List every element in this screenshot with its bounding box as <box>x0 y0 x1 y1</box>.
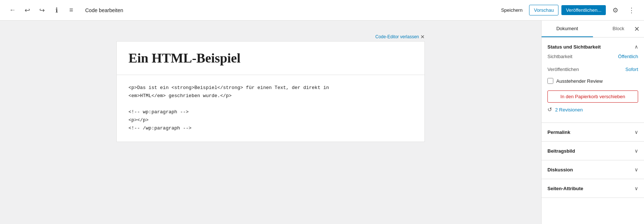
chevron-down-icon-3 <box>634 166 638 173</box>
toolbar-left-actions: ← ↩ ↪ ℹ ≡ <box>6 4 78 17</box>
section-permalink-header[interactable]: Permalink <box>547 129 638 135</box>
code-editor-exit-button[interactable]: Code-Editor verlassen ✕ <box>375 34 425 40</box>
section-beitragsbild-header[interactable]: Beitragsbild <box>547 147 638 154</box>
section-beitragsbild-toggle[interactable] <box>634 147 638 154</box>
preview-button[interactable]: Vorschau <box>529 5 558 15</box>
close-icon: ✕ <box>420 34 425 40</box>
visibility-value[interactable]: Öffentlich <box>618 54 638 59</box>
section-status: Status und Sichtbarkeit Sichtbarkeit Öff… <box>542 38 644 123</box>
section-diskussion-toggle[interactable] <box>634 166 638 173</box>
section-permalink-toggle[interactable] <box>634 129 638 135</box>
code-editor-notice: Code-Editor verlassen ✕ <box>375 32 425 41</box>
toolbar: ← ↩ ↪ ℹ ≡ Code bearbeiten Speichern Vors… <box>0 0 644 21</box>
section-status-title: Status und Sichtbarkeit <box>547 44 601 50</box>
section-permalink-title: Permalink <box>547 129 570 135</box>
publish-row: Veröffentlichen Sofort <box>547 63 638 76</box>
more-icon: ⋮ <box>628 6 635 14</box>
code-editor-bar: Code-Editor verlassen ✕ <box>116 32 425 41</box>
more-options-button[interactable]: ⋮ <box>625 4 638 17</box>
code-block[interactable]: <p>Das ist ein <strong>Beispiel</strong>… <box>116 75 425 142</box>
sidebar-close-button[interactable]: ✕ <box>633 24 641 35</box>
revisions-row[interactable]: ↺ 2 Revisionen <box>547 103 638 117</box>
section-status-header: Status und Sichtbarkeit <box>547 43 638 50</box>
visibility-row: Sichtbarkeit Öffentlich <box>547 50 638 63</box>
section-diskussion: Diskussion <box>542 160 644 179</box>
section-seiten-attribute-header[interactable]: Seiten-Attribute <box>547 185 638 192</box>
settings-button[interactable]: ⚙ <box>609 4 622 17</box>
sidebar-close-icon: ✕ <box>634 25 640 33</box>
publish-label: Veröffentlichen <box>547 67 579 72</box>
chevron-up-icon <box>634 43 638 50</box>
undo-icon: ↩ <box>25 6 30 14</box>
save-button[interactable]: Speichern <box>498 5 527 15</box>
main-layout: Code-Editor verlassen ✕ Ein HTML-Beispie… <box>0 21 644 224</box>
pending-review-row: Ausstehender Review <box>547 76 638 86</box>
toolbar-right-actions: Speichern Vorschau Veröffentlichen... ⚙ … <box>498 4 638 17</box>
section-permalink: Permalink <box>542 123 644 142</box>
pending-review-checkbox[interactable] <box>547 78 553 84</box>
info-icon: ℹ <box>55 6 58 14</box>
section-diskussion-header[interactable]: Diskussion <box>547 166 638 173</box>
back-button[interactable]: ← <box>6 4 19 17</box>
section-beitragsbild-title: Beitragsbild <box>547 148 575 154</box>
editor-area: Code-Editor verlassen ✕ Ein HTML-Beispie… <box>0 21 541 224</box>
section-seiten-attribute-title: Seiten-Attribute <box>547 186 583 191</box>
trash-button[interactable]: In den Papierkorb verschieben <box>547 90 638 103</box>
revisions-label: 2 Revisionen <box>555 107 583 113</box>
section-beitragsbild: Beitragsbild <box>542 142 644 160</box>
redo-button[interactable]: ↪ <box>35 4 48 17</box>
sidebar-tabs: Dokument Block ✕ <box>542 21 644 38</box>
undo-button[interactable]: ↩ <box>21 4 34 17</box>
settings-icon: ⚙ <box>612 6 618 14</box>
title-block: Ein HTML-Beispiel <box>116 41 425 75</box>
tab-dokument[interactable]: Dokument <box>542 21 593 37</box>
chevron-down-icon-2 <box>634 147 638 154</box>
post-title[interactable]: Ein HTML-Beispiel <box>129 50 413 66</box>
info-button[interactable]: ℹ <box>50 4 63 17</box>
section-seiten-attribute-toggle[interactable] <box>634 185 638 192</box>
menu-icon: ≡ <box>69 6 73 14</box>
visibility-label: Sichtbarkeit <box>547 54 572 59</box>
menu-button[interactable]: ≡ <box>65 4 78 17</box>
section-seiten-attribute: Seiten-Attribute <box>542 179 644 198</box>
section-diskussion-title: Diskussion <box>547 167 573 173</box>
sidebar: Dokument Block ✕ Status und Sichtbarkeit… <box>541 21 644 224</box>
publish-value[interactable]: Sofort <box>625 67 638 72</box>
code-editor-exit-label: Code-Editor verlassen <box>375 34 419 39</box>
redo-icon: ↪ <box>39 6 45 14</box>
publish-button[interactable]: Veröffentlichen... <box>561 5 606 15</box>
chevron-down-icon-4 <box>634 185 638 191</box>
page-title: Code bearbeiten <box>85 7 123 13</box>
section-status-toggle[interactable] <box>634 43 638 50</box>
revisions-icon: ↺ <box>547 106 552 113</box>
pending-review-label: Ausstehender Review <box>556 78 603 84</box>
chevron-down-icon <box>634 129 638 135</box>
back-icon: ← <box>9 6 16 14</box>
